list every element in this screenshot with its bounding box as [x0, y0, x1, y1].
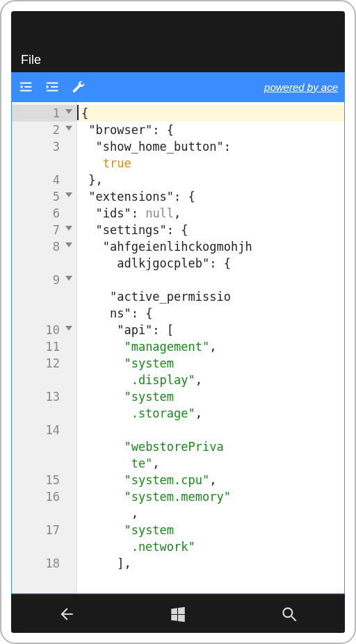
gutter-line[interactable]: 17 [12, 522, 76, 555]
gutter-line[interactable]: 12 [12, 355, 76, 388]
gutter-line[interactable]: 1 [12, 105, 76, 122]
powered-by-link[interactable]: powered by ace [264, 81, 338, 93]
file-menu[interactable]: File [21, 53, 41, 67]
screen: File powered by ace 12345678910111213141… [11, 11, 345, 633]
fold-arrow-icon[interactable] [65, 126, 72, 131]
back-icon[interactable] [58, 605, 76, 623]
windows-icon[interactable] [169, 605, 187, 623]
editor-toolbar: powered by ace [11, 72, 345, 101]
outdent-icon[interactable] [18, 79, 33, 94]
gutter-line[interactable]: 2 [12, 122, 76, 138]
wrench-icon[interactable] [71, 79, 86, 94]
fold-arrow-icon[interactable] [65, 326, 72, 331]
editor[interactable]: 123456789101112131415161718 { "browser":… [11, 101, 345, 594]
fold-arrow-icon[interactable] [65, 276, 72, 281]
nav-bar [11, 594, 345, 633]
gutter[interactable]: 123456789101112131415161718 [12, 102, 77, 593]
status-line: Ln: 1 Col: 1 [12, 593, 344, 594]
gutter-line[interactable]: 5 [12, 188, 76, 205]
gutter-line[interactable]: 16 [12, 488, 76, 522]
status-bar [11, 11, 345, 47]
menu-bar: File [11, 47, 345, 72]
fold-arrow-icon[interactable] [65, 226, 72, 231]
gutter-line[interactable]: 14 [12, 422, 76, 472]
device-frame: File powered by ace 12345678910111213141… [0, 0, 356, 644]
gutter-line[interactable]: 18 [12, 555, 76, 572]
fold-arrow-icon[interactable] [65, 109, 72, 114]
fold-arrow-icon[interactable] [65, 192, 72, 197]
gutter-line[interactable]: 9 [12, 272, 76, 322]
gutter-line[interactable]: 13 [12, 388, 76, 422]
indent-icon[interactable] [44, 79, 60, 94]
fold-arrow-icon[interactable] [65, 242, 72, 247]
text-cursor [77, 105, 79, 120]
gutter-line[interactable]: 8 [12, 238, 76, 272]
gutter-line[interactable]: 4 [12, 172, 76, 188]
search-icon[interactable] [280, 605, 298, 623]
gutter-line[interactable]: 6 [12, 205, 76, 222]
svg-point-0 [283, 608, 292, 617]
code-area[interactable]: { "browser": { "show_home_button": true … [77, 102, 344, 593]
gutter-line[interactable]: 10 [12, 322, 76, 338]
gutter-line[interactable]: 11 [12, 338, 76, 355]
gutter-line[interactable]: 15 [12, 472, 76, 488]
gutter-line[interactable]: 7 [12, 222, 76, 238]
gutter-line[interactable]: 3 [12, 138, 76, 172]
